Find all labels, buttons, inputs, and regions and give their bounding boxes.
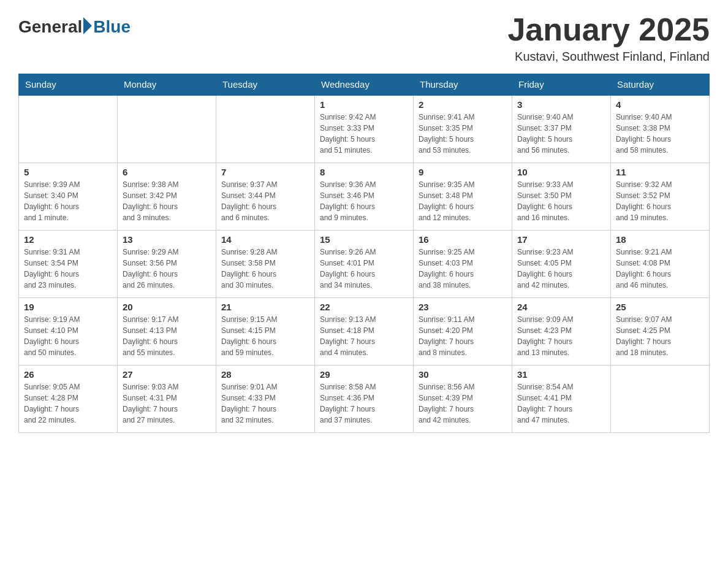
weekday-header-monday: Monday — [118, 74, 216, 96]
day-info: Sunrise: 9:11 AM Sunset: 4:20 PM Dayligh… — [419, 314, 507, 358]
calendar-week-5: 26Sunrise: 9:05 AM Sunset: 4:28 PM Dayli… — [19, 365, 710, 432]
day-info: Sunrise: 9:40 AM Sunset: 3:38 PM Dayligh… — [616, 112, 704, 156]
day-number: 23 — [419, 302, 507, 312]
calendar-week-1: 1Sunrise: 9:42 AM Sunset: 3:33 PM Daylig… — [19, 95, 710, 163]
day-number: 1 — [320, 99, 408, 110]
calendar-cell: 14Sunrise: 9:28 AM Sunset: 3:58 PM Dayli… — [216, 230, 315, 297]
calendar-cell: 28Sunrise: 9:01 AM Sunset: 4:33 PM Dayli… — [216, 365, 315, 432]
day-number: 12 — [24, 234, 112, 245]
calendar-cell: 24Sunrise: 9:09 AM Sunset: 4:23 PM Dayli… — [512, 297, 611, 365]
day-number: 26 — [24, 369, 112, 380]
calendar-header: SundayMondayTuesdayWednesdayThursdayFrid… — [19, 74, 710, 96]
calendar-cell: 6Sunrise: 9:38 AM Sunset: 3:42 PM Daylig… — [118, 163, 216, 230]
calendar-cell: 13Sunrise: 9:29 AM Sunset: 3:56 PM Dayli… — [118, 230, 216, 297]
day-number: 28 — [221, 369, 309, 380]
day-number: 29 — [320, 369, 408, 380]
day-info: Sunrise: 9:21 AM Sunset: 4:08 PM Dayligh… — [616, 247, 704, 291]
day-number: 6 — [123, 167, 211, 177]
day-number: 3 — [517, 99, 605, 110]
day-number: 5 — [24, 167, 112, 177]
day-number: 8 — [320, 167, 408, 177]
day-info: Sunrise: 9:38 AM Sunset: 3:42 PM Dayligh… — [123, 179, 211, 223]
calendar-cell: 7Sunrise: 9:37 AM Sunset: 3:44 PM Daylig… — [216, 163, 315, 230]
weekday-header-thursday: Thursday — [414, 74, 512, 96]
calendar-cell: 26Sunrise: 9:05 AM Sunset: 4:28 PM Dayli… — [19, 365, 118, 432]
day-number: 21 — [221, 302, 309, 312]
day-info: Sunrise: 9:39 AM Sunset: 3:40 PM Dayligh… — [24, 179, 112, 223]
day-info: Sunrise: 8:56 AM Sunset: 4:39 PM Dayligh… — [419, 381, 507, 426]
calendar-cell: 9Sunrise: 9:35 AM Sunset: 3:48 PM Daylig… — [414, 163, 512, 230]
calendar-cell: 12Sunrise: 9:31 AM Sunset: 3:54 PM Dayli… — [19, 230, 118, 297]
calendar-cell: 22Sunrise: 9:13 AM Sunset: 4:18 PM Dayli… — [315, 297, 414, 365]
day-info: Sunrise: 9:42 AM Sunset: 3:33 PM Dayligh… — [320, 112, 408, 156]
calendar-cell: 19Sunrise: 9:19 AM Sunset: 4:10 PM Dayli… — [19, 297, 118, 365]
calendar-cell: 23Sunrise: 9:11 AM Sunset: 4:20 PM Dayli… — [414, 297, 512, 365]
calendar-cell: 10Sunrise: 9:33 AM Sunset: 3:50 PM Dayli… — [512, 163, 611, 230]
day-number: 14 — [221, 234, 309, 245]
calendar-cell: 29Sunrise: 8:58 AM Sunset: 4:36 PM Dayli… — [315, 365, 414, 432]
calendar-table: SundayMondayTuesdayWednesdayThursdayFrid… — [18, 74, 710, 433]
day-info: Sunrise: 9:03 AM Sunset: 4:31 PM Dayligh… — [123, 381, 211, 426]
calendar-cell: 21Sunrise: 9:15 AM Sunset: 4:15 PM Dayli… — [216, 297, 315, 365]
day-number: 25 — [616, 302, 704, 312]
logo-triangle-icon — [83, 17, 92, 34]
title-section: January 2025 Kustavi, Southwest Finland,… — [507, 12, 710, 64]
subtitle: Kustavi, Southwest Finland, Finland — [507, 50, 710, 64]
weekday-header-wednesday: Wednesday — [315, 74, 414, 96]
day-number: 13 — [123, 234, 211, 245]
day-info: Sunrise: 9:37 AM Sunset: 3:44 PM Dayligh… — [221, 179, 309, 223]
day-number: 30 — [419, 369, 507, 380]
day-info: Sunrise: 9:15 AM Sunset: 4:15 PM Dayligh… — [221, 314, 309, 358]
day-info: Sunrise: 9:31 AM Sunset: 3:54 PM Dayligh… — [24, 247, 112, 291]
calendar-cell — [611, 365, 710, 432]
day-number: 20 — [123, 302, 211, 312]
logo-text-blue: Blue — [93, 17, 131, 37]
day-number: 9 — [419, 167, 507, 177]
calendar-cell: 1Sunrise: 9:42 AM Sunset: 3:33 PM Daylig… — [315, 95, 414, 163]
calendar-cell: 8Sunrise: 9:36 AM Sunset: 3:46 PM Daylig… — [315, 163, 414, 230]
day-number: 16 — [419, 234, 507, 245]
day-number: 7 — [221, 167, 309, 177]
day-number: 10 — [517, 167, 605, 177]
calendar-week-4: 19Sunrise: 9:19 AM Sunset: 4:10 PM Dayli… — [19, 297, 710, 365]
weekday-header-tuesday: Tuesday — [216, 74, 315, 96]
day-info: Sunrise: 9:17 AM Sunset: 4:13 PM Dayligh… — [123, 314, 211, 358]
logo-text-general: General — [18, 17, 82, 37]
calendar-cell: 20Sunrise: 9:17 AM Sunset: 4:13 PM Dayli… — [118, 297, 216, 365]
day-info: Sunrise: 9:26 AM Sunset: 4:01 PM Dayligh… — [320, 247, 408, 291]
calendar-cell: 30Sunrise: 8:56 AM Sunset: 4:39 PM Dayli… — [414, 365, 512, 432]
day-info: Sunrise: 9:07 AM Sunset: 4:25 PM Dayligh… — [616, 314, 704, 358]
day-info: Sunrise: 9:33 AM Sunset: 3:50 PM Dayligh… — [517, 179, 605, 223]
calendar-cell — [19, 95, 118, 163]
calendar-cell: 3Sunrise: 9:40 AM Sunset: 3:37 PM Daylig… — [512, 95, 611, 163]
logo: General Blue — [18, 17, 131, 37]
calendar-cell: 17Sunrise: 9:23 AM Sunset: 4:05 PM Dayli… — [512, 230, 611, 297]
calendar-cell: 4Sunrise: 9:40 AM Sunset: 3:38 PM Daylig… — [611, 95, 710, 163]
day-number: 27 — [123, 369, 211, 380]
weekday-header-saturday: Saturday — [611, 74, 710, 96]
day-number: 22 — [320, 302, 408, 312]
weekday-header-friday: Friday — [512, 74, 611, 96]
day-info: Sunrise: 9:23 AM Sunset: 4:05 PM Dayligh… — [517, 247, 605, 291]
calendar-cell — [118, 95, 216, 163]
day-info: Sunrise: 9:01 AM Sunset: 4:33 PM Dayligh… — [221, 381, 309, 426]
day-info: Sunrise: 9:13 AM Sunset: 4:18 PM Dayligh… — [320, 314, 408, 358]
calendar-cell: 11Sunrise: 9:32 AM Sunset: 3:52 PM Dayli… — [611, 163, 710, 230]
day-number: 11 — [616, 167, 704, 177]
day-info: Sunrise: 9:36 AM Sunset: 3:46 PM Dayligh… — [320, 179, 408, 223]
day-number: 17 — [517, 234, 605, 245]
day-info: Sunrise: 9:32 AM Sunset: 3:52 PM Dayligh… — [616, 179, 704, 223]
page-header: General Blue January 2025 Kustavi, South… — [18, 12, 710, 64]
day-number: 2 — [419, 99, 507, 110]
day-number: 4 — [616, 99, 704, 110]
calendar-body: 1Sunrise: 9:42 AM Sunset: 3:33 PM Daylig… — [19, 95, 710, 432]
weekday-header-sunday: Sunday — [19, 74, 118, 96]
main-title: January 2025 — [507, 12, 710, 47]
calendar-cell: 27Sunrise: 9:03 AM Sunset: 4:31 PM Dayli… — [118, 365, 216, 432]
day-info: Sunrise: 8:58 AM Sunset: 4:36 PM Dayligh… — [320, 381, 408, 426]
day-info: Sunrise: 9:05 AM Sunset: 4:28 PM Dayligh… — [24, 381, 112, 426]
calendar-cell: 5Sunrise: 9:39 AM Sunset: 3:40 PM Daylig… — [19, 163, 118, 230]
day-info: Sunrise: 9:40 AM Sunset: 3:37 PM Dayligh… — [517, 112, 605, 156]
calendar-cell: 31Sunrise: 8:54 AM Sunset: 4:41 PM Dayli… — [512, 365, 611, 432]
day-number: 19 — [24, 302, 112, 312]
